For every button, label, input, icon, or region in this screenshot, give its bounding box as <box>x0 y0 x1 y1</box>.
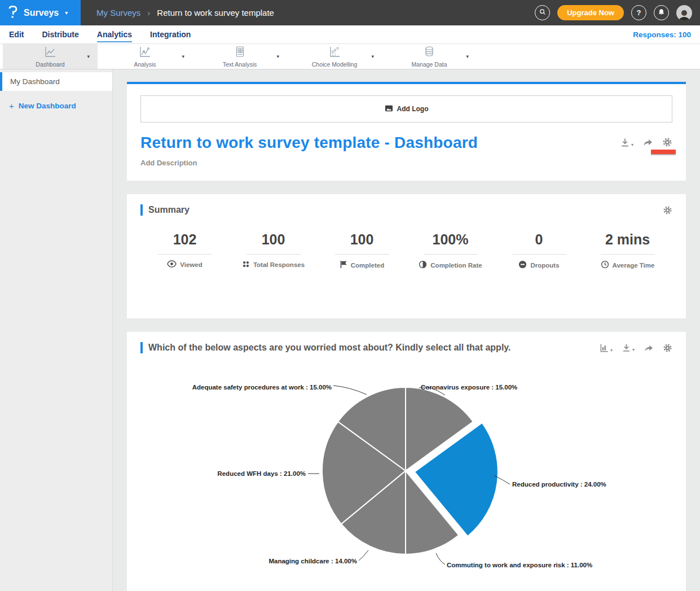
breadcrumb-current: Return to work survey template <box>157 8 274 17</box>
breadcrumb: My Surveys › Return to work survey templ… <box>96 8 535 17</box>
question-mark-icon: ? <box>637 8 641 17</box>
question-card: Which of the below aspects are you worri… <box>127 332 686 591</box>
pie-label-leader-line <box>359 550 368 561</box>
toolbar-item-label: Choice Modelling <box>312 61 358 68</box>
stat-completion-rate: 100% Completion Rate <box>406 231 495 270</box>
analytics-toolbar: Dashboard ▾ Analysis ▾ <box>0 44 700 69</box>
stat-average-time: 2 mins Average Time <box>583 231 672 270</box>
scatter-chart-icon <box>328 46 341 60</box>
pie-label-leader-line <box>333 386 367 395</box>
new-dashboard-label: New Dashboard <box>19 102 76 110</box>
pie-label-leader-line <box>436 553 445 564</box>
search-icon <box>539 8 547 17</box>
upgrade-now-button[interactable]: Upgrade Now <box>557 5 624 20</box>
chevron-down-icon[interactable]: ▾ <box>182 54 184 59</box>
summary-stats: 102 Viewed 100 <box>140 231 672 270</box>
summary-heading: Summary <box>148 205 190 215</box>
dashboard-title[interactable]: Return to work survey template - Dashboa… <box>140 134 478 152</box>
add-logo-button[interactable]: Add Logo <box>140 95 672 122</box>
line-chart-icon <box>43 46 57 60</box>
add-description-button[interactable]: Add Description <box>140 159 672 167</box>
image-icon <box>385 104 393 114</box>
toolbar-dashboard[interactable]: Dashboard ▾ <box>3 44 98 69</box>
user-avatar[interactable] <box>676 5 692 21</box>
question-text: Which of the below aspects are you worri… <box>148 343 510 353</box>
tab-integration[interactable]: Integration <box>150 27 191 42</box>
chevron-down-icon[interactable]: ▾ <box>371 54 374 59</box>
plus-icon: + <box>9 101 14 111</box>
product-switcher[interactable]: Surveys ▾ <box>0 0 81 25</box>
pie-slice-label: Commuting to work and exposure risk : 11… <box>447 562 592 568</box>
topbar-actions: Upgrade Now ? <box>535 5 700 21</box>
tab-analytics[interactable]: Analytics <box>97 27 132 42</box>
pie-slice-label: Managing childcare : 14.00% <box>268 558 357 564</box>
add-logo-label: Add Logo <box>397 105 429 113</box>
pie-slice-label: Adequate safety procedures at work : 15.… <box>192 384 332 391</box>
pie-chart[interactable]: Coronavirus exposure : 15.00%Reduced pro… <box>140 366 672 589</box>
summary-card: Summary 102 <box>127 194 686 318</box>
chevron-down-icon[interactable]: ▾ <box>631 142 633 147</box>
toolbar-analysis[interactable]: Analysis ▾ <box>98 44 192 69</box>
minus-circle-icon <box>518 260 527 270</box>
chevron-down-icon: ▾ <box>65 10 68 16</box>
pie-slice-label: Reduced productivity : 24.00% <box>512 481 606 488</box>
clock-icon <box>601 260 609 270</box>
download-button[interactable]: ▾ <box>620 138 633 147</box>
tab-edit[interactable]: Edit <box>9 27 24 42</box>
pie-chart-svg[interactable]: Coronavirus exposure : 15.00%Reduced pro… <box>140 366 672 587</box>
chevron-down-icon[interactable]: ▾ <box>87 54 90 59</box>
pie-slice-label: Reduced WFH days : 21.00% <box>217 470 306 477</box>
dots-grid-icon <box>242 260 250 269</box>
accent-bar <box>140 204 143 216</box>
toolbar-text-analysis[interactable]: Text Analysis ▾ <box>192 44 287 69</box>
dashboard-main: Add Logo Return to work survey template … <box>113 69 700 591</box>
stat-completed: 100 Completed <box>318 231 406 270</box>
breadcrumb-separator: › <box>147 8 150 17</box>
flag-icon <box>340 260 347 270</box>
questionpro-logo-icon <box>7 5 19 21</box>
settings-gear-button[interactable] <box>662 137 672 147</box>
product-name: Surveys <box>24 8 59 18</box>
analysis-chart-icon <box>138 46 152 60</box>
pie-slice-label: Coronavirus exposure : 15.00% <box>421 384 517 391</box>
search-button[interactable] <box>535 5 550 20</box>
dashboard-header-card: Add Logo Return to work survey template … <box>127 82 686 181</box>
stat-dropouts: 0 Dropouts <box>495 231 583 270</box>
toolbar-choice-modelling[interactable]: Choice Modelling ▾ <box>287 44 382 69</box>
chart-type-button[interactable]: ▾ <box>600 343 613 353</box>
sidebar-item-my-dashboard[interactable]: My Dashboard <box>0 72 112 91</box>
toolbar-item-label: Text Analysis <box>223 61 257 68</box>
summary-settings-gear-button[interactable] <box>663 205 672 215</box>
breadcrumb-my-surveys[interactable]: My Surveys <box>96 8 140 17</box>
download-chart-button[interactable]: ▾ <box>622 343 635 352</box>
responses-count[interactable]: Responses: 100 <box>633 30 691 39</box>
chevron-down-icon[interactable]: ▾ <box>466 54 469 59</box>
toolbar-item-label: Dashboard <box>36 61 64 68</box>
half-circle-icon <box>419 260 427 270</box>
top-bar: Surveys ▾ My Surveys › Return to work su… <box>0 0 700 25</box>
toolbar-item-label: Analysis <box>134 61 156 68</box>
database-icon <box>423 46 435 60</box>
chevron-down-icon[interactable]: ▾ <box>276 54 279 59</box>
eye-icon <box>167 260 177 269</box>
chevron-down-icon[interactable]: ▾ <box>632 347 635 352</box>
dashboard-sidebar: My Dashboard + New Dashboard <box>0 69 113 591</box>
toolbar-item-label: Manage Data <box>411 61 447 68</box>
share-button[interactable] <box>642 138 653 147</box>
toolbar-manage-data[interactable]: Manage Data ▾ <box>382 44 477 69</box>
red-highlight-marker <box>651 150 676 154</box>
bell-icon <box>658 8 665 17</box>
survey-nav: Edit Distribute Analytics Integration Re… <box>0 25 700 44</box>
tab-distribute[interactable]: Distribute <box>42 27 78 42</box>
stat-viewed: 102 Viewed <box>140 231 229 270</box>
share-chart-button[interactable] <box>644 344 654 352</box>
help-button[interactable]: ? <box>631 5 646 20</box>
chevron-down-icon[interactable]: ▾ <box>610 348 613 353</box>
new-dashboard-button[interactable]: + New Dashboard <box>0 91 112 121</box>
chart-settings-gear-button[interactable] <box>663 343 672 353</box>
accent-bar <box>140 342 143 353</box>
stat-total-responses: 100 Total Responses <box>229 231 318 270</box>
notifications-button[interactable] <box>654 5 669 20</box>
document-grid-icon <box>234 46 246 60</box>
